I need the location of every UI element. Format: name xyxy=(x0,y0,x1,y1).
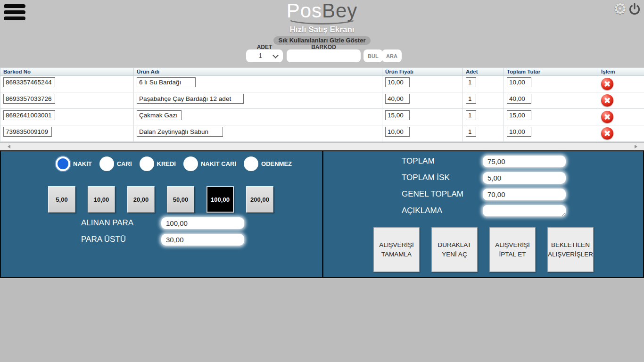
row-price-input[interactable] xyxy=(385,77,410,87)
radio-icon[interactable] xyxy=(99,156,114,171)
received-money-label: ALINAN PARA xyxy=(81,218,133,228)
table-row xyxy=(0,109,644,125)
change-input[interactable] xyxy=(161,234,244,246)
row-qty-input[interactable] xyxy=(466,77,476,87)
posbey-logo: PosBey xyxy=(0,0,644,22)
row-price-input[interactable] xyxy=(385,127,410,137)
row-qty-input[interactable] xyxy=(466,94,476,104)
denomination-button[interactable]: 200,00 xyxy=(246,186,273,213)
row-barcode-input[interactable] xyxy=(3,127,52,137)
delete-row-icon[interactable] xyxy=(601,127,613,140)
row-name-input[interactable] xyxy=(137,127,223,137)
payment-option-nakit[interactable]: NAKİT xyxy=(56,156,92,171)
delete-row-icon[interactable] xyxy=(601,78,613,90)
items-table: Barkod No Ürün Adı Ürün Fiyatı Adet Topl… xyxy=(0,67,644,142)
row-price-input[interactable] xyxy=(385,110,410,120)
row-total-input[interactable] xyxy=(507,94,531,104)
received-money-input[interactable] xyxy=(161,217,244,229)
note-label: AÇIKLAMA xyxy=(402,206,442,215)
table-row xyxy=(0,125,644,142)
cancel-sale-button[interactable]: ALIŞVERİŞİİPTAL ET xyxy=(489,227,536,272)
change-label: PARA ÜSTÜ xyxy=(81,235,126,244)
chevron-down-icon xyxy=(272,52,279,58)
row-total-input[interactable] xyxy=(507,77,531,87)
denomination-button[interactable]: 50,00 xyxy=(167,186,194,213)
col-header-total: Toplam Tutar xyxy=(504,68,598,76)
delete-row-icon[interactable] xyxy=(601,111,613,123)
held-sales-button[interactable]: BEKLETİLENALIŞVERİŞLER xyxy=(547,227,594,272)
row-name-input[interactable] xyxy=(137,77,196,87)
find-button[interactable]: BUL xyxy=(363,49,383,62)
payment-panel: NAKİT CARİ KREDİ NAKİT CARİ ODENMEZ 5,00… xyxy=(0,150,644,278)
search-button[interactable]: ARA xyxy=(382,49,402,62)
grand-total-label: GENEL TOPLAM xyxy=(402,189,463,199)
row-barcode-input[interactable] xyxy=(3,77,55,87)
denomination-button-selected[interactable]: 100,00 xyxy=(206,186,234,213)
total-input[interactable] xyxy=(483,156,566,167)
barcode-input[interactable] xyxy=(287,49,361,62)
row-qty-input[interactable] xyxy=(466,110,476,120)
radio-selected-icon[interactable] xyxy=(56,156,70,171)
scroll-left-icon[interactable] xyxy=(8,145,10,148)
row-price-input[interactable] xyxy=(385,94,410,104)
quantity-select[interactable]: 1 xyxy=(246,49,283,62)
payment-method-options: NAKİT CARİ KREDİ NAKİT CARİ ODENMEZ xyxy=(56,156,299,171)
table-row xyxy=(0,76,644,92)
row-total-input[interactable] xyxy=(507,110,531,120)
col-header-price: Ürün Fiyatı xyxy=(382,68,463,76)
radio-icon[interactable] xyxy=(183,156,198,171)
denomination-button[interactable]: 5,00 xyxy=(48,186,75,213)
radio-icon[interactable] xyxy=(244,156,258,171)
col-header-barcode: Barkod No xyxy=(0,68,134,76)
row-total-input[interactable] xyxy=(507,127,531,137)
note-textarea[interactable] xyxy=(483,205,566,216)
table-row xyxy=(0,92,644,109)
col-header-name: Ürün Adı xyxy=(134,68,382,76)
payment-option-nakit-cari[interactable]: NAKİT CARİ xyxy=(183,156,236,171)
complete-sale-button[interactable]: ALIŞVERİŞİTAMAMLA xyxy=(373,227,420,272)
denomination-buttons: 5,00 10,00 20,00 50,00 100,00 200,00 xyxy=(48,186,273,213)
denomination-button[interactable]: 20,00 xyxy=(127,186,155,213)
row-qty-input[interactable] xyxy=(466,127,476,137)
row-name-input[interactable] xyxy=(137,94,244,104)
scroll-right-icon[interactable] xyxy=(635,145,637,148)
row-barcode-input[interactable] xyxy=(3,110,55,120)
discount-input[interactable] xyxy=(483,172,566,184)
payment-option-odenmez[interactable]: ODENMEZ xyxy=(244,156,292,171)
row-barcode-input[interactable] xyxy=(3,94,55,104)
total-label: TOPLAM xyxy=(402,156,435,166)
delete-row-icon[interactable] xyxy=(601,94,613,107)
horizontal-scrollbar[interactable] xyxy=(0,143,644,150)
panel-divider xyxy=(322,151,323,277)
pause-new-sale-button[interactable]: DURAKLATYENİ AÇ xyxy=(431,227,478,272)
page-title: Hızlı Satış Ekranı xyxy=(0,25,644,34)
radio-icon[interactable] xyxy=(140,156,154,171)
bottom-background xyxy=(0,279,644,362)
denomination-button[interactable]: 10,00 xyxy=(88,186,115,213)
sale-action-buttons: ALIŞVERİŞİTAMAMLA DURAKLATYENİ AÇ ALIŞVE… xyxy=(373,227,594,272)
table-header-row: Barkod No Ürün Adı Ürün Fiyatı Adet Topl… xyxy=(0,68,644,76)
row-name-input[interactable] xyxy=(137,110,182,120)
discount-label: TOPLAM İSK xyxy=(402,173,450,182)
col-header-action: İşlem xyxy=(598,68,644,76)
payment-option-kredi[interactable]: KREDİ xyxy=(140,156,176,171)
grand-total-input[interactable] xyxy=(483,189,566,200)
payment-option-cari[interactable]: CARİ xyxy=(99,156,132,171)
col-header-qty: Adet xyxy=(463,68,504,76)
